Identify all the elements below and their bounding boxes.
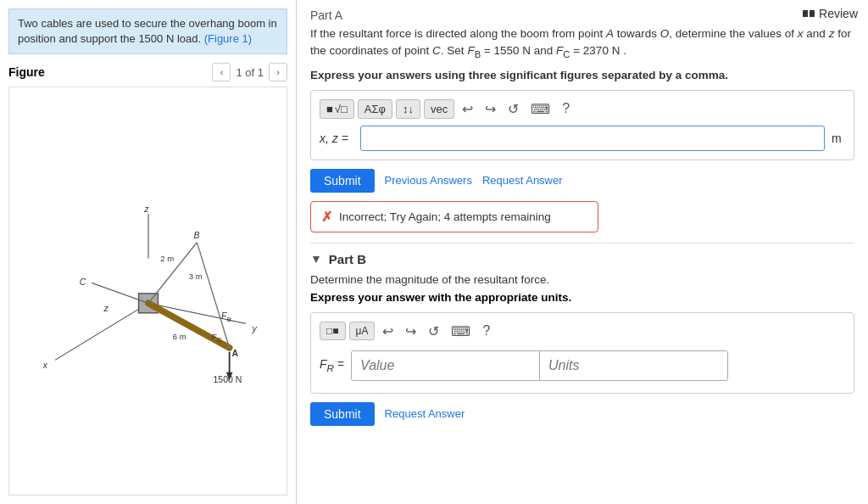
svg-text:x: x bbox=[42, 360, 47, 370]
figure-section: Figure ‹ 1 of 1 › z y bbox=[8, 63, 287, 496]
part-b-inputs bbox=[351, 350, 728, 381]
help-icon: ? bbox=[562, 101, 570, 115]
part-a-input-label: x, z = bbox=[320, 132, 353, 145]
part-b-problem-text: Determine the magnitude of the resultant… bbox=[310, 273, 854, 286]
part-b-toolbar: □■ μA ↩ ↪ ↺ ⌨ ? bbox=[320, 322, 845, 341]
chevron-left-icon: ‹ bbox=[220, 67, 224, 77]
part-b-submit-row: Submit Request Answer bbox=[310, 402, 854, 426]
matrix-icon: ■ bbox=[326, 103, 333, 115]
undo-b-btn[interactable]: ↩ bbox=[378, 322, 398, 341]
next-figure-btn[interactable]: › bbox=[269, 63, 287, 81]
part-a-input-row: x, z = m bbox=[320, 126, 845, 151]
matrix-b-icon: □■ bbox=[326, 325, 339, 337]
error-box: ✗ Incorrect; Try Again; 4 attempts remai… bbox=[310, 201, 598, 232]
mu-btn[interactable]: μA bbox=[349, 322, 376, 340]
refresh-icon: ↺ bbox=[508, 102, 519, 116]
undo-b-icon: ↩ bbox=[382, 324, 393, 339]
part-a-problem-text: If the resultant force is directed along… bbox=[310, 25, 854, 62]
redo-icon: ↪ bbox=[485, 102, 496, 116]
error-text: Incorrect; Try Again; 4 attempts remaini… bbox=[339, 210, 551, 223]
part-b-title: Part B bbox=[329, 252, 366, 266]
chevron-right-icon: › bbox=[276, 67, 280, 77]
arrow-btn[interactable]: ↕↓ bbox=[396, 99, 420, 119]
collapse-icon: ▼ bbox=[310, 252, 322, 266]
figure-image-area: z y x A 1500 N bbox=[8, 87, 287, 496]
refresh-b-icon: ↺ bbox=[428, 324, 439, 339]
svg-text:B: B bbox=[226, 316, 231, 324]
redo-b-btn[interactable]: ↪ bbox=[401, 322, 420, 341]
help-btn[interactable]: ? bbox=[558, 99, 574, 118]
value-input[interactable] bbox=[352, 351, 539, 380]
review-label: Review bbox=[819, 7, 858, 20]
undo-icon: ↩ bbox=[462, 102, 473, 116]
help-b-icon: ? bbox=[482, 323, 490, 338]
svg-text:z: z bbox=[143, 204, 149, 214]
svg-text:C: C bbox=[79, 277, 86, 287]
error-icon: ✗ bbox=[321, 209, 332, 225]
svg-text:3 m: 3 m bbox=[188, 272, 202, 281]
svg-text:A: A bbox=[231, 348, 238, 358]
figure-header: Figure ‹ 1 of 1 › bbox=[8, 63, 287, 81]
figure-diagram: z y x A 1500 N bbox=[30, 198, 267, 384]
svg-text:6 m: 6 m bbox=[172, 333, 186, 342]
figure-title: Figure bbox=[8, 65, 45, 79]
sqrt-icon: √□ bbox=[335, 103, 348, 115]
part-a-submit-row: Submit Previous Answers Request Answer bbox=[310, 169, 854, 193]
part-b-request-answer-btn[interactable]: Request Answer bbox=[385, 407, 465, 420]
symbol-btn[interactable]: ΑΣφ bbox=[358, 99, 392, 119]
svg-text:y: y bbox=[251, 323, 257, 333]
part-a-answer-input[interactable] bbox=[360, 126, 825, 151]
part-a-instructions: Express your answers using three signifi… bbox=[310, 69, 854, 81]
svg-text:B: B bbox=[193, 230, 199, 240]
help-b-btn[interactable]: ? bbox=[478, 322, 494, 340]
part-b-collapse-btn[interactable]: ▼ bbox=[310, 252, 322, 266]
undo-btn[interactable]: ↩ bbox=[458, 99, 477, 119]
svg-text:1500 N: 1500 N bbox=[213, 374, 242, 384]
right-panel: Review Part A If the resultant force is … bbox=[297, 0, 868, 504]
keyboard-icon: ⌨ bbox=[531, 102, 550, 116]
part-b-answer-box: □■ μA ↩ ↪ ↺ ⌨ ? bbox=[310, 312, 854, 394]
redo-btn[interactable]: ↪ bbox=[481, 99, 500, 119]
review-icon bbox=[803, 10, 815, 17]
svg-text:2 m: 2 m bbox=[160, 254, 174, 263]
svg-text:z: z bbox=[103, 303, 108, 313]
vec-btn[interactable]: vec bbox=[424, 99, 454, 119]
review-button[interactable]: Review bbox=[803, 7, 858, 20]
part-a-submit-btn[interactable]: Submit bbox=[310, 169, 375, 193]
matrix-btn[interactable]: ■ √□ bbox=[320, 99, 354, 119]
redo-b-icon: ↪ bbox=[405, 324, 416, 339]
part-a-toolbar: ■ √□ ΑΣφ ↕↓ vec ↩ ↪ ↺ ⌨ bbox=[320, 99, 845, 119]
info-box: Two cables are used to secure the overha… bbox=[8, 8, 287, 54]
prev-figure-btn[interactable]: ‹ bbox=[212, 63, 231, 81]
matrix-b-btn[interactable]: □■ bbox=[320, 322, 346, 340]
previous-answers-btn[interactable]: Previous Answers bbox=[385, 174, 472, 187]
keyboard-btn[interactable]: ⌨ bbox=[526, 99, 554, 119]
keyboard-b-btn[interactable]: ⌨ bbox=[447, 322, 475, 341]
part-a-answer-box: ■ √□ ΑΣφ ↕↓ vec ↩ ↪ ↺ ⌨ bbox=[310, 90, 854, 160]
part-b-input-row: FR = bbox=[320, 348, 845, 384]
figure-nav: ‹ 1 of 1 › bbox=[212, 63, 287, 81]
mu-icon: μA bbox=[356, 325, 369, 337]
part-b-header: ▼ Part B bbox=[310, 252, 854, 266]
svg-text:C: C bbox=[217, 336, 222, 344]
part-b-submit-btn[interactable]: Submit bbox=[310, 402, 375, 426]
page-indicator: 1 of 1 bbox=[236, 66, 264, 79]
figure-link[interactable]: (Figure 1) bbox=[204, 32, 252, 45]
part-b-instructions: Express your answer with the appropriate… bbox=[310, 291, 854, 304]
keyboard-b-icon: ⌨ bbox=[451, 324, 470, 339]
part-a-unit: m bbox=[832, 132, 845, 145]
part-a-request-answer-btn[interactable]: Request Answer bbox=[482, 174, 563, 187]
part-a-label: Part A bbox=[310, 8, 854, 22]
part-b-section: ▼ Part B Determine the magnitude of the … bbox=[310, 243, 854, 426]
fr-label: FR = bbox=[320, 348, 344, 384]
refresh-b-btn[interactable]: ↺ bbox=[424, 322, 443, 341]
updown-icon: ↕↓ bbox=[403, 103, 414, 115]
vec-label: vec bbox=[431, 103, 448, 115]
units-input[interactable] bbox=[539, 351, 727, 380]
left-panel: Two cables are used to secure the overha… bbox=[0, 0, 297, 504]
refresh-btn[interactable]: ↺ bbox=[504, 99, 523, 119]
sigma-icon: ΑΣφ bbox=[364, 103, 386, 115]
